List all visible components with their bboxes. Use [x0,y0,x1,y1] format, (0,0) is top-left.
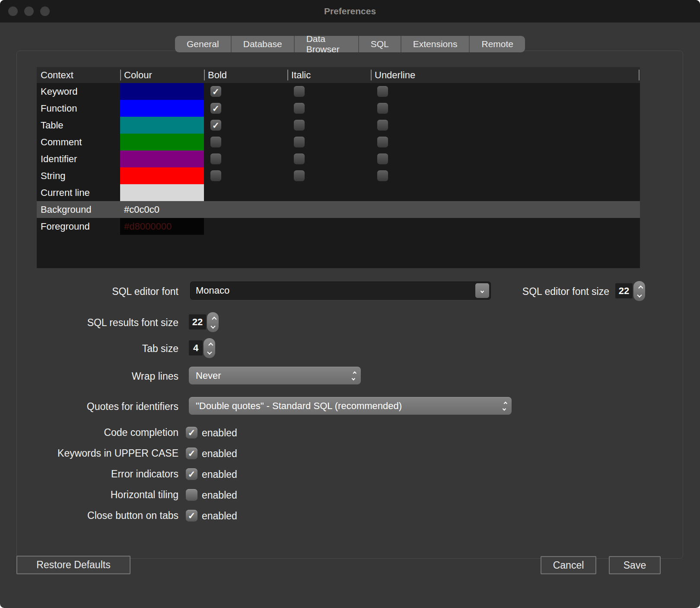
editor-font-size-stepper[interactable] [633,281,645,301]
results-font-size-field[interactable]: 22 [189,314,206,330]
quotes-dropdown[interactable]: "Double quotes" - Standard SQL (recommen… [189,397,512,415]
table-row[interactable]: Identifier [37,150,640,167]
editor-font-size-label: SQL editor font size [475,286,609,298]
table-row[interactable]: Background #c0c0c0 [37,201,640,218]
stepper-down-icon[interactable] [210,323,215,328]
option-row-keywords-upper-case: Keywords in UPPER CASE enabled [0,447,302,460]
stepper-up-icon[interactable] [212,317,216,321]
tab-remote[interactable]: Remote [469,36,525,52]
underline-checkbox[interactable] [377,86,388,97]
close-window-button[interactable] [8,6,18,16]
table-row[interactable]: String [37,167,640,184]
minimize-window-button[interactable] [24,6,34,16]
column-header-bold[interactable]: Bold [204,67,287,83]
color-swatch[interactable] [120,134,204,150]
context-label: Identifier [37,150,120,167]
underline-checkbox[interactable] [377,154,388,164]
option-label: Error indicators [0,468,178,480]
context-label: Function [37,100,120,117]
results-font-size-stepper[interactable] [207,312,219,332]
table-row[interactable]: Table [37,117,640,134]
color-hex-value[interactable]: #c0c0c0 [120,204,159,215]
table-row[interactable]: Current line [37,184,640,201]
underline-checkbox[interactable] [377,170,388,181]
stepper-down-icon[interactable] [207,349,212,354]
option-label: Code completion [0,427,178,438]
column-header-colour[interactable]: Colour [120,67,204,83]
stepper-up-icon[interactable] [208,342,213,347]
tab-general[interactable]: General [175,36,231,52]
underline-checkbox[interactable] [377,120,388,131]
underline-checkbox[interactable] [377,103,388,114]
bold-checkbox[interactable] [210,137,221,147]
wrap-lines-dropdown[interactable]: Never [189,367,361,384]
editor-font-value: Monaco [196,285,229,296]
enabled-label: enabled [202,427,237,439]
italic-checkbox[interactable] [294,154,305,164]
traffic-lights [8,0,50,22]
color-swatch[interactable] [120,184,204,201]
cancel-button[interactable]: Cancel [541,556,596,574]
enabled-label: enabled [202,510,237,522]
code-completion-checkbox[interactable] [186,427,197,438]
underline-checkbox[interactable] [377,137,388,147]
syntax-color-table: Context Colour Bold Italic Underline Key… [37,67,640,268]
restore-defaults-button[interactable]: Restore Defaults [16,556,130,574]
save-button[interactable]: Save [609,556,661,574]
color-swatch[interactable] [120,83,204,100]
bold-checkbox[interactable] [210,86,221,97]
option-label: Keywords in UPPER CASE [0,448,178,459]
color-swatch[interactable] [120,150,204,167]
wrap-lines-value: Never [196,370,221,381]
titlebar: Preferences [0,0,700,22]
table-row[interactable]: Function [37,100,640,117]
results-font-size-label: SQL results font size [0,317,178,329]
bold-checkbox[interactable] [210,170,221,181]
tab-sql[interactable]: SQL [358,36,401,52]
editor-font-combobox[interactable]: Monaco [190,282,491,300]
table-row[interactable]: Comment [37,134,640,150]
option-row-error-indicators: Error indicators enabled [0,468,302,481]
enabled-label: enabled [202,490,237,501]
italic-checkbox[interactable] [294,103,305,114]
stepper-up-icon[interactable] [638,285,643,290]
option-row-close-button-on-tabs: Close button on tabs enabled [0,509,302,522]
updown-chevrons-icon [503,402,506,410]
bold-checkbox[interactable] [210,154,221,164]
editor-font-size-field[interactable]: 22 [615,283,633,298]
color-hex-value: #d8000000 [124,221,172,232]
horizontal-tiling-checkbox[interactable] [186,489,197,501]
bold-checkbox[interactable] [210,103,221,114]
context-label: Table [37,117,120,134]
stepper-down-icon[interactable] [637,292,642,297]
italic-checkbox[interactable] [294,120,305,131]
bold-checkbox[interactable] [210,120,221,131]
color-swatch[interactable] [120,100,204,117]
tab-data-browser[interactable]: Data Browser [294,36,358,52]
tab-extensions[interactable]: Extensions [401,36,469,52]
italic-checkbox[interactable] [294,137,305,147]
color-swatch[interactable]: #d8000000 [120,218,204,235]
tab-bar: General Database Data Browser SQL Extens… [175,36,525,52]
enabled-label: enabled [202,469,237,480]
column-header-underline[interactable]: Underline [371,67,640,83]
tab-size-field[interactable]: 4 [189,340,203,355]
color-swatch[interactable] [120,167,204,184]
tab-size-stepper[interactable] [204,338,215,358]
table-row[interactable]: Foreground #d8000000 [37,218,640,235]
context-label: String [37,167,120,184]
wrap-lines-label: Wrap lines [0,371,178,382]
tab-database[interactable]: Database [231,36,294,52]
tab-size-label: Tab size [0,343,178,355]
italic-checkbox[interactable] [294,86,305,97]
italic-checkbox[interactable] [294,170,305,181]
column-header-context[interactable]: Context [37,67,120,83]
error-indicators-checkbox[interactable] [186,468,197,480]
color-swatch[interactable] [120,117,204,134]
keywords-upper-case-checkbox[interactable] [186,448,197,459]
close-button-on-tabs-checkbox[interactable] [186,510,197,522]
zoom-window-button[interactable] [40,6,50,16]
column-header-italic[interactable]: Italic [287,67,371,83]
window-title: Preferences [0,6,700,16]
table-row[interactable]: Keyword [37,83,640,100]
